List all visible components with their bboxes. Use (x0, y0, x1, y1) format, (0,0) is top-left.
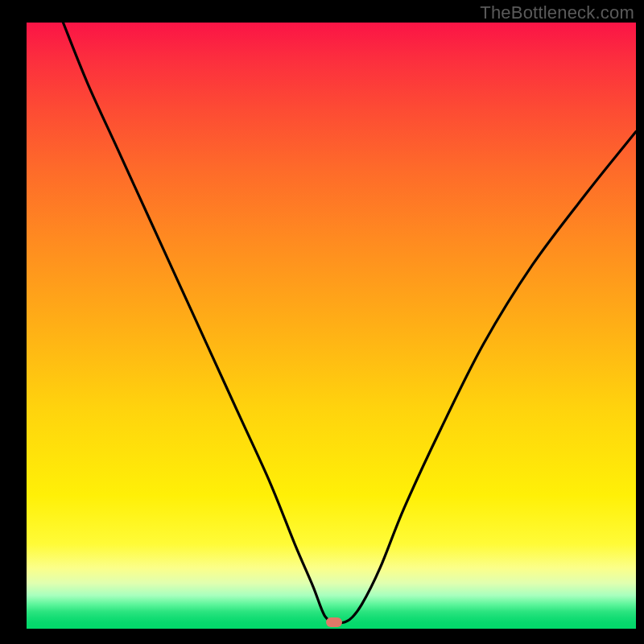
minimum-marker (326, 617, 342, 627)
plot-area (27, 23, 636, 629)
bottleneck-curve (27, 23, 636, 629)
chart-frame: TheBottleneck.com (0, 0, 644, 644)
watermark-text: TheBottleneck.com (480, 2, 634, 23)
